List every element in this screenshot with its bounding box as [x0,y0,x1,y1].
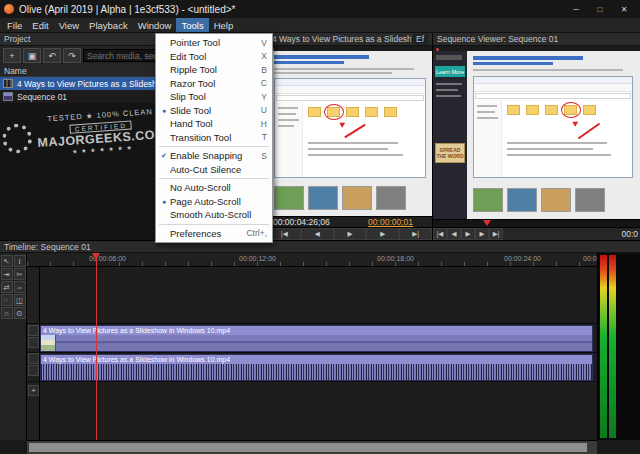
timeline-ruler[interactable]: 00:00:06:00 00:00:12:00 00:00:18:00 00:0… [27,253,597,267]
annotation-arrow [578,123,600,140]
menu-window[interactable]: Window [133,18,177,32]
seek-playhead-icon[interactable] [483,220,491,226]
play-button[interactable]: ▶ [461,228,475,240]
minimize-button[interactable]: ─ [564,0,588,18]
photo-thumbnail [575,188,605,212]
menu-item-transition-tool[interactable]: Transition Tool T [156,131,272,145]
audio-track-toggle-button[interactable] [28,353,39,364]
audio-track-lock-button[interactable] [28,365,39,376]
olive-logo-icon [4,4,14,14]
next-frame-button[interactable]: ▶ [475,228,489,240]
slip-tool-button[interactable]: ⇄ [1,281,13,293]
ruler-timecode: 00:0 [583,255,597,262]
zoom-tool-button[interactable]: ⊙ [14,307,26,319]
menu-item-label: Pointer Tool [170,37,253,48]
track-header-column: + [27,267,40,440]
annotation-ellipse [324,104,344,120]
new-folder-button[interactable]: ▣ [23,48,41,63]
menu-item-smooth-auto-scroll[interactable]: Smooth Auto-Scroll [156,208,272,222]
nav-line [278,119,299,121]
slide-tool-button[interactable]: ⇔ [14,281,26,293]
sidebar-line [436,89,458,91]
explorer-titlebar [275,79,425,86]
menu-item-slip-tool[interactable]: Slip Tool Y [156,90,272,104]
sequence-timecode[interactable]: 00:0 [621,228,640,240]
menu-item-label: Edit Tool [170,51,253,62]
menu-tools[interactable]: Tools [176,18,208,32]
menu-item-shortcut: Y [253,92,267,102]
menu-playback[interactable]: Playback [84,18,133,32]
embedded-screenshot: Learn More SPREAD THE WORD [433,46,640,219]
menu-edit[interactable]: Edit [27,18,53,32]
play-button[interactable]: ▶ [334,228,367,240]
menu-item-razor-tool[interactable]: Razor Tool C [156,77,272,91]
effect-controls-tab[interactable]: Ef [411,34,428,44]
hand-tool-button[interactable]: ☞ [1,294,13,306]
sequence-seek-bar[interactable] [433,219,640,227]
video-track-lock-button[interactable] [28,337,39,348]
playhead-marker-icon[interactable] [92,253,100,260]
annotation-ellipse [561,102,581,118]
menu-help[interactable]: Help [209,18,239,32]
audio-meter-left-bar [600,255,607,438]
sequence-viewer-titlebar: Sequence Viewer: Sequence 01 [433,33,640,46]
edit-tool-button[interactable]: I [14,255,26,267]
site-logo-bar [436,55,462,60]
previous-frame-button[interactable]: ◀ [301,228,334,240]
file-line [507,142,607,144]
folder-icon [545,105,558,115]
video-clip[interactable]: 4 Ways to View Pictures as a Slideshow i… [40,325,593,352]
menu-item-no-auto-scroll[interactable]: No Auto-Scroll [156,181,272,195]
explorer-window [473,76,633,178]
menu-item-page-auto-scroll[interactable]: ● Page Auto-Scroll [156,195,272,209]
timeline-toolbar: ↖ I ⇥ ✂ ⇄ ⇔ ☞ ◫ ∩ ⊙ [0,253,27,440]
previous-frame-button[interactable]: ◀ [447,228,461,240]
close-button[interactable]: ✕ [612,0,636,18]
video-track-toggle-button[interactable] [28,325,39,336]
pointer-tool-button[interactable]: ↖ [1,255,13,267]
menu-item-auto-cut-silence[interactable]: Auto-Cut Silence [156,163,272,177]
scrollbar-thumb[interactable] [29,443,587,452]
new-item-button[interactable]: + [3,48,21,63]
undo-button[interactable]: ↶ [43,48,61,63]
menu-item-enable-snapping[interactable]: ✔ Enable Snapping S [156,149,272,163]
sequence-viewer-title: Sequence Viewer: Sequence 01 [437,34,636,44]
redo-button[interactable]: ↷ [63,48,81,63]
tools-dropdown-menu: Pointer Tool V Edit Tool X Ripple Tool B… [155,33,273,243]
timecode-current[interactable]: 00:00:04:26;06 [273,217,330,227]
go-to-start-button[interactable]: |◀ [433,228,447,240]
explorer-address-bar [475,93,631,99]
menu-item-hand-tool[interactable]: Hand Tool H [156,117,272,131]
page-heading-bar [274,55,369,59]
add-track-button[interactable]: + [28,385,39,396]
menu-item-label: Slide Tool [170,105,253,116]
menu-item-label: Auto-Cut Silence [170,164,259,175]
menu-file[interactable]: File [2,18,27,32]
ripple-tool-button[interactable]: ⇥ [1,268,13,280]
file-line [507,154,611,156]
timecode-in-point[interactable]: 00:00:00;01 [368,217,427,227]
page-subheading-bar [473,62,553,65]
maximize-button[interactable]: □ [588,0,612,18]
audio-clip[interactable]: 4 Ways to View Pictures as a Slideshow i… [40,354,593,381]
snapping-toggle-button[interactable]: ∩ [1,307,13,319]
menu-item-edit-tool[interactable]: Edit Tool X [156,50,272,64]
media-viewer-display [268,46,432,216]
timeline-horizontal-scrollbar[interactable] [27,440,597,454]
menu-item-pointer-tool[interactable]: Pointer Tool V [156,36,272,50]
menu-item-ripple-tool[interactable]: Ripple Tool B [156,63,272,77]
menu-item-slide-tool[interactable]: ● Slide Tool U [156,104,272,118]
playhead-line[interactable] [96,253,97,440]
folder-icon [507,105,520,115]
file-line [308,142,398,144]
go-to-end-button[interactable]: ▶| [399,228,432,240]
go-to-end-button[interactable]: ▶| [489,228,503,240]
next-frame-button[interactable]: ▶ [366,228,399,240]
transition-tool-button[interactable]: ◫ [14,294,26,306]
razor-tool-button[interactable]: ✂ [14,268,26,280]
menu-view[interactable]: View [54,18,84,32]
radio-selected-icon: ● [158,198,170,205]
file-line [308,148,388,150]
photo-thumbnail [308,186,338,210]
menu-item-preferences[interactable]: Preferences Ctrl+, [156,227,272,241]
